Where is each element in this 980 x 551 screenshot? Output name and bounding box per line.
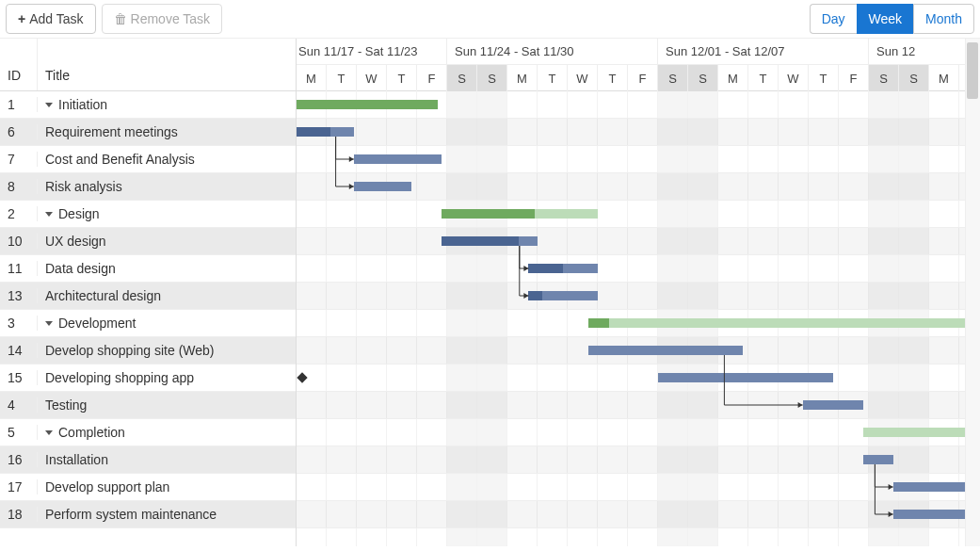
task-title-cell: Testing [38, 397, 296, 413]
expand-caret-icon[interactable] [45, 212, 53, 217]
timeline-row [297, 119, 980, 146]
task-row[interactable]: 4Testing [0, 392, 296, 419]
task-row[interactable]: 3Development [0, 310, 296, 337]
remove-task-button[interactable]: 🗑Remove Task [102, 4, 223, 34]
day-header: F [628, 64, 658, 91]
task-row[interactable]: 18Perform system maintenance [0, 501, 296, 528]
timeline-row [297, 501, 980, 528]
task-row[interactable]: 17Develop support plan [0, 474, 296, 501]
plus-icon: + [18, 11, 25, 26]
day-header: F [839, 64, 869, 91]
task-title-cell: Data design [38, 261, 296, 276]
task-row[interactable]: 8Risk analysis [0, 173, 296, 201]
day-header: S [688, 64, 718, 91]
task-title-cell: Developing shopping app [38, 370, 296, 385]
timeline-body[interactable] [297, 91, 980, 546]
view-switcher: Day Week Month [810, 4, 974, 34]
task-title-label: Completion [58, 425, 125, 440]
task-id-cell: 13 [0, 288, 38, 303]
task-row[interactable]: 16Installation [0, 446, 296, 474]
task-bar[interactable] [297, 127, 354, 137]
task-title-cell: Development [38, 316, 296, 331]
task-id-cell: 5 [0, 425, 38, 440]
day-header: T [598, 64, 628, 91]
day-header: S [447, 64, 477, 91]
task-title-cell: Installation [38, 452, 296, 467]
task-id-cell: 16 [0, 452, 38, 467]
timeline-row [297, 365, 980, 392]
vertical-scrollbar[interactable] [965, 39, 980, 546]
timeline-row [297, 201, 980, 228]
grid-body: 1Initiation6Requirement meetings7Cost an… [0, 91, 296, 546]
task-row[interactable]: 10UX design [0, 228, 296, 255]
day-header: T [809, 64, 839, 91]
scrollbar-thumb[interactable] [967, 42, 978, 99]
task-title-label: Cost and Benefit Analysis [45, 152, 195, 167]
task-row[interactable]: 7Cost and Benefit Analysis [0, 146, 296, 173]
task-title-label: Developing shopping app [45, 370, 194, 385]
task-bar[interactable] [528, 291, 598, 300]
trash-icon: 🗑 [114, 11, 127, 26]
task-bar[interactable] [803, 400, 863, 410]
timeline-header: Sun 11/17 - Sat 11/23Sun 11/24 - Sat 11/… [297, 39, 980, 91]
week-header: Sun 11/17 - Sat 11/23 [297, 39, 447, 64]
task-title-label: Perform system maintenance [45, 507, 217, 522]
task-bar[interactable] [658, 373, 833, 382]
task-row[interactable]: 5Completion [0, 419, 296, 446]
task-title-label: Design [58, 206, 100, 221]
week-header: Sun 12 [869, 39, 980, 64]
task-title-cell: Design [38, 206, 296, 221]
task-id-cell: 17 [0, 479, 38, 494]
expand-caret-icon[interactable] [45, 430, 53, 435]
view-week-button[interactable]: Week [857, 4, 914, 34]
view-month-button[interactable]: Month [913, 4, 974, 34]
task-row[interactable]: 2Design [0, 201, 296, 228]
task-id-cell: 1 [0, 97, 38, 112]
task-title-cell: Risk analysis [38, 179, 296, 194]
task-id-cell: 2 [0, 206, 38, 221]
gantt-container: ID Title 1Initiation6Requirement meeting… [0, 38, 980, 546]
expand-caret-icon[interactable] [45, 321, 53, 326]
add-task-button[interactable]: +Add Task [6, 4, 96, 34]
task-id-cell: 3 [0, 316, 38, 331]
day-header: W [357, 64, 387, 91]
task-row[interactable]: 6Requirement meetings [0, 119, 296, 146]
view-day-button[interactable]: Day [810, 4, 857, 34]
task-title-label: Installation [45, 452, 108, 467]
day-header: W [779, 64, 809, 91]
day-header: S [658, 64, 688, 91]
day-header: M [929, 64, 959, 91]
task-bar[interactable] [863, 455, 893, 464]
column-header-id[interactable]: ID [0, 39, 38, 90]
day-header: S [477, 64, 507, 91]
timeline[interactable]: Sun 11/17 - Sat 11/23Sun 11/24 - Sat 11/… [297, 39, 980, 546]
summary-bar[interactable] [588, 318, 980, 328]
task-row[interactable]: 11Data design [0, 255, 296, 283]
task-bar[interactable] [528, 264, 598, 273]
task-bar[interactable] [588, 346, 742, 355]
task-id-cell: 14 [0, 343, 38, 358]
task-row[interactable]: 13Architectural design [0, 283, 296, 310]
task-bar[interactable] [442, 236, 538, 246]
expand-caret-icon[interactable] [45, 103, 53, 107]
summary-bar[interactable] [297, 100, 438, 109]
summary-bar[interactable] [442, 209, 598, 219]
task-title-label: Initiation [58, 97, 107, 112]
task-row[interactable]: 1Initiation [0, 91, 296, 119]
task-row[interactable]: 15Developing shopping app [0, 365, 296, 392]
week-header: Sun 12/01 - Sat 12/07 [658, 39, 869, 64]
task-title-label: Requirement meetings [45, 124, 178, 139]
task-bar[interactable] [354, 182, 411, 191]
task-title-label: Develop support plan [45, 479, 169, 494]
column-header-title[interactable]: Title [38, 39, 296, 90]
task-bar[interactable] [354, 154, 442, 164]
task-title-cell: UX design [38, 234, 296, 249]
task-row[interactable]: 14Develop shopping site (Web) [0, 337, 296, 365]
timeline-row [297, 228, 980, 255]
task-id-cell: 11 [0, 261, 38, 276]
task-grid: ID Title 1Initiation6Requirement meeting… [0, 39, 297, 546]
summary-bar[interactable] [863, 428, 980, 437]
day-header: T [387, 64, 417, 91]
day-header: M [718, 64, 748, 91]
day-header: M [507, 64, 538, 91]
